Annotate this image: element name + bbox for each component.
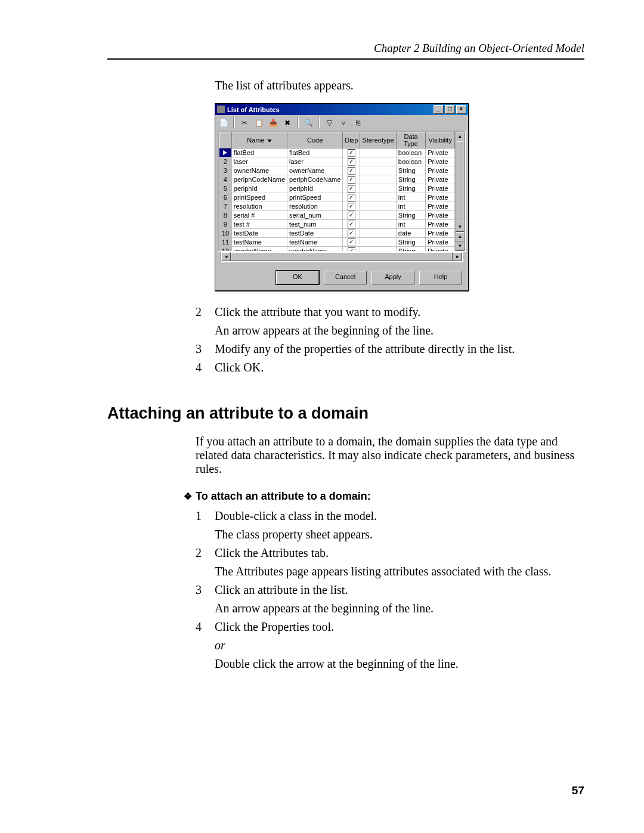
checkbox-icon[interactable]: ✓	[348, 185, 355, 193]
cell-code[interactable]: printSpeed	[287, 193, 343, 202]
cell-visibility[interactable]: Private	[426, 148, 455, 157]
dialog-titlebar[interactable]: List of Attributes _ □ ×	[215, 104, 468, 115]
cell-visibility[interactable]: Private	[426, 157, 455, 166]
cell-code[interactable]: testDate	[287, 229, 343, 238]
checkbox-icon[interactable]: ✓	[348, 247, 355, 251]
checkbox-icon[interactable]: ✓	[348, 194, 355, 202]
cell-datatype[interactable]: String	[396, 211, 425, 220]
checkbox-icon[interactable]: ✓	[348, 176, 355, 184]
cell-name[interactable]: test #	[231, 220, 287, 229]
cell-stereotype[interactable]	[360, 220, 397, 229]
cell-name[interactable]: printSpeed	[231, 193, 287, 202]
checkbox-icon[interactable]: ✓	[348, 212, 355, 219]
cell-visibility[interactable]: Private	[426, 202, 455, 211]
cell-stereotype[interactable]	[360, 229, 397, 238]
cell-display[interactable]: ✓	[343, 202, 360, 211]
table-row[interactable]: 9test #test_num✓intPrivate	[219, 220, 455, 229]
cell-stereotype[interactable]	[360, 238, 397, 247]
cell-code[interactable]: test_num	[287, 220, 343, 229]
cell-visibility[interactable]: Private	[426, 238, 455, 247]
cell-code[interactable]: vendorName	[287, 247, 343, 252]
cell-stereotype[interactable]	[360, 184, 397, 193]
scroll-up-icon[interactable]: ▴	[456, 132, 465, 141]
cell-name[interactable]: laser	[231, 157, 287, 166]
checkbox-icon[interactable]: ✓	[348, 167, 355, 175]
row-header[interactable]	[219, 148, 232, 157]
row-header[interactable]: 8	[219, 211, 232, 220]
customize-icon[interactable]: ⎘	[352, 117, 364, 128]
col-name[interactable]: Name	[231, 132, 287, 148]
paste-icon[interactable]: 📥	[267, 117, 279, 128]
cell-code[interactable]: flatBed	[287, 148, 343, 157]
cell-name[interactable]: flatBed	[231, 148, 287, 157]
cell-name[interactable]: serial #	[231, 211, 287, 220]
cut-icon[interactable]: ✂	[239, 117, 250, 128]
cell-code[interactable]: periphCodeName	[287, 175, 343, 184]
find-icon[interactable]: 🔍	[302, 117, 314, 128]
cell-display[interactable]: ✓	[343, 229, 360, 238]
cell-code[interactable]: periphId	[287, 184, 343, 193]
cell-display[interactable]: ✓	[343, 166, 360, 175]
scroll-end-up-icon[interactable]: ▴	[456, 232, 465, 241]
checkbox-icon[interactable]: ✓	[348, 239, 355, 246]
cell-stereotype[interactable]	[360, 166, 397, 175]
cell-datatype[interactable]: date	[396, 229, 425, 238]
apply-button[interactable]: Apply	[371, 271, 414, 284]
checkbox-icon[interactable]: ✓	[348, 221, 355, 228]
cell-display[interactable]: ✓	[343, 157, 360, 166]
cell-datatype[interactable]: int	[396, 220, 425, 229]
scroll-thumb[interactable]	[231, 252, 453, 261]
cell-datatype[interactable]: String	[396, 175, 425, 184]
scroll-right-icon[interactable]: ▸	[453, 252, 462, 261]
row-header[interactable]: 10	[219, 229, 232, 238]
cell-datatype[interactable]: String	[396, 247, 425, 252]
sort-icon[interactable]: ▿	[338, 117, 349, 128]
cell-visibility[interactable]: Private	[426, 229, 455, 238]
table-row[interactable]: 8serial #serial_num✓StringPrivate	[219, 211, 455, 220]
row-header[interactable]: 5	[219, 184, 232, 193]
cell-stereotype[interactable]	[360, 175, 397, 184]
cell-name[interactable]: resolution	[231, 202, 287, 211]
vertical-scrollbar[interactable]: ▴ ▾ ▴ ▾	[455, 132, 465, 251]
row-header[interactable]: 6	[219, 193, 232, 202]
cell-datatype[interactable]: int	[396, 202, 425, 211]
copy-icon[interactable]: 📋	[253, 117, 265, 128]
close-button[interactable]: ×	[456, 105, 466, 114]
cell-display[interactable]: ✓	[343, 238, 360, 247]
scroll-down-icon[interactable]: ▾	[456, 222, 465, 232]
cell-datatype[interactable]: int	[396, 193, 425, 202]
ok-button[interactable]: OK	[276, 271, 319, 284]
delete-icon[interactable]: ✖	[281, 117, 293, 128]
cell-stereotype[interactable]	[360, 157, 397, 166]
table-row[interactable]: 3ownerNameownerName✓StringPrivate	[219, 166, 455, 175]
cell-name[interactable]: periphCodeName	[231, 175, 287, 184]
col-stereotype[interactable]: Stereotype	[360, 132, 397, 148]
cell-name[interactable]: testName	[231, 238, 287, 247]
cell-display[interactable]: ✓	[343, 220, 360, 229]
row-header[interactable]: 11	[219, 238, 232, 247]
cell-code[interactable]: testName	[287, 238, 343, 247]
cell-visibility[interactable]: Private	[426, 166, 455, 175]
checkbox-icon[interactable]: ✓	[348, 203, 355, 210]
cell-stereotype[interactable]	[360, 211, 397, 220]
cell-name[interactable]: testDate	[231, 229, 287, 238]
cell-display[interactable]: ✓	[343, 148, 360, 157]
cell-display[interactable]: ✓	[343, 184, 360, 193]
cell-code[interactable]: ownerName	[287, 166, 343, 175]
cell-display[interactable]: ✓	[343, 193, 360, 202]
col-datatype[interactable]: Data Type	[396, 132, 425, 148]
cell-datatype[interactable]: String	[396, 184, 425, 193]
cell-visibility[interactable]: Private	[426, 175, 455, 184]
row-header[interactable]: 4	[219, 175, 232, 184]
filter-icon[interactable]: ▽	[323, 117, 335, 128]
table-row[interactable]: 12vendorNamevendorName✓StringPrivate	[219, 247, 455, 252]
table-row[interactable]: 6printSpeedprintSpeed✓intPrivate	[219, 193, 455, 202]
cancel-button[interactable]: Cancel	[324, 271, 367, 284]
checkbox-icon[interactable]: ✓	[348, 230, 355, 237]
maximize-button[interactable]: □	[445, 105, 455, 114]
cell-datatype[interactable]: boolean	[396, 157, 425, 166]
table-row[interactable]: 4periphCodeNameperiphCodeName✓StringPriv…	[219, 175, 455, 184]
cell-code[interactable]: laser	[287, 157, 343, 166]
cell-datatype[interactable]: boolean	[396, 148, 425, 157]
col-disp[interactable]: Disp	[343, 132, 360, 148]
